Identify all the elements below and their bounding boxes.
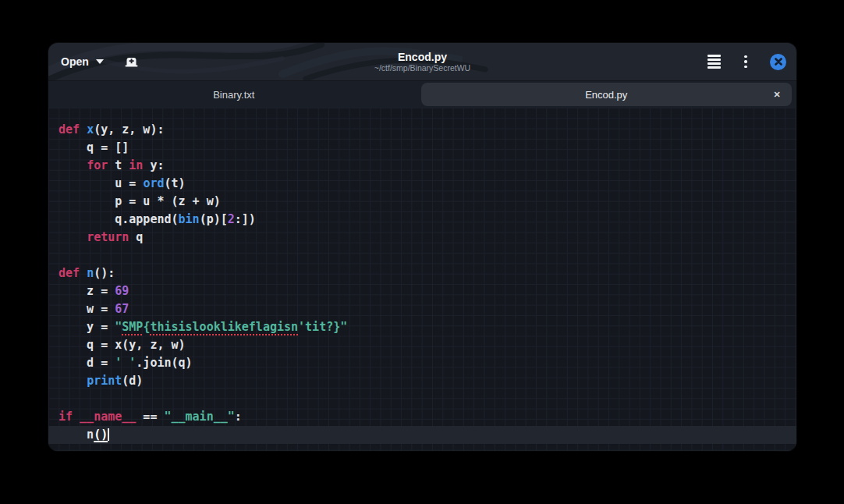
primary-menu-button[interactable]: [738, 54, 754, 69]
code-token: (): [94, 428, 108, 442]
code-token: return: [87, 230, 129, 244]
code-token: for: [87, 158, 108, 172]
code-token: thisislooklikeflagisn: [150, 320, 298, 334]
code-token: in: [129, 158, 143, 172]
code-token: ": [115, 320, 122, 334]
open-button[interactable]: Open: [61, 55, 104, 68]
code-line[interactable]: d = ' '.join(q): [48, 354, 796, 372]
code-token: t: [108, 158, 129, 172]
code-token: y =: [59, 320, 115, 334]
tab-label: Encod.py: [585, 89, 627, 101]
code-token: (d): [122, 374, 143, 388]
code-token: y:: [143, 158, 164, 172]
code-token: q: [129, 230, 143, 244]
code-token: .join(q): [136, 356, 192, 370]
code-token: ==: [136, 410, 164, 424]
code-line[interactable]: if __name__ == "__main__":: [48, 408, 796, 426]
code-token: n: [87, 266, 94, 280]
code-line[interactable]: w = 67: [48, 300, 796, 318]
code-token: "__main__": [164, 410, 234, 424]
code-token: ' ': [115, 356, 136, 370]
code-token: (p)[: [200, 212, 228, 226]
code-token: p = u * (z + w): [59, 194, 221, 208]
window-title: Encod.py: [398, 51, 447, 63]
tab-binary-txt[interactable]: Binary.txt: [48, 81, 420, 108]
code-token: [59, 230, 87, 244]
code-token: d =: [59, 356, 115, 370]
code-line[interactable]: y = "SMP{thisislooklikeflagisn'tit?}": [48, 318, 796, 336]
code-token: q = []: [59, 140, 129, 154]
code-token: __name__: [80, 410, 136, 424]
kebab-menu-icon: [744, 55, 746, 68]
code-line[interactable]: q.append(bin(p)[2:]): [48, 211, 796, 229]
code-token: :: [235, 410, 242, 424]
window-close-icon: [775, 58, 782, 66]
code-token: [59, 158, 87, 172]
code-line[interactable]: u = ord(t): [48, 175, 796, 193]
code-token: [59, 374, 87, 388]
code-token: ():: [94, 266, 115, 280]
code-token: 2: [228, 212, 235, 226]
code-token: SMP: [122, 320, 143, 334]
code-token: 69: [115, 284, 129, 298]
code-line[interactable]: def n():: [48, 264, 796, 282]
code-line[interactable]: for t in y:: [48, 157, 796, 175]
code-token: [73, 410, 80, 424]
code-line[interactable]: def x(y, z, w):: [48, 121, 796, 139]
chevron-down-icon: [96, 59, 104, 64]
code-line[interactable]: return q: [48, 229, 796, 247]
code-token: q.append(: [59, 212, 179, 226]
code-token: x: [87, 122, 94, 137]
code-line[interactable]: q = []: [48, 139, 796, 157]
window-close-button[interactable]: [770, 54, 786, 70]
code-line[interactable]: p = u * (z + w): [48, 193, 796, 211]
new-tab-button[interactable]: [124, 54, 140, 69]
open-button-label: Open: [61, 55, 89, 68]
view-menu-icon: [707, 55, 721, 68]
code-token: [80, 122, 87, 137]
code-token: def: [59, 266, 80, 280]
code-token: [80, 266, 87, 280]
code-token: w =: [59, 302, 115, 316]
window-subtitle: ~/ctf/smp/BinarySecretWU: [374, 63, 470, 73]
code-token: (t): [164, 176, 185, 190]
tab-bar: Binary.txt Encod.py ✕: [48, 81, 796, 108]
code-line[interactable]: z = 69: [48, 282, 796, 300]
tab-close-button[interactable]: ✕: [770, 87, 784, 101]
code-token: print: [87, 374, 122, 388]
code-line[interactable]: print(d): [48, 372, 796, 390]
text-cursor: [108, 428, 109, 441]
code-token: z =: [59, 284, 115, 298]
code-line[interactable]: [48, 390, 796, 408]
code-token: 67: [115, 302, 129, 316]
headerbar: Open Encod.py ~/ctf/smp/BinarySecretWU: [48, 43, 796, 81]
code-token: n: [59, 428, 94, 442]
code-line[interactable]: q = x(y, z, w): [48, 336, 796, 354]
code-area[interactable]: def x(y, z, w): q = [] for t in y: u = o…: [48, 108, 796, 451]
code-token: def: [59, 122, 80, 137]
code-line[interactable]: n(): [48, 426, 796, 444]
code-token: q = x(y, z, w): [59, 338, 186, 352]
tab-new-icon: [125, 56, 138, 67]
view-menu-button[interactable]: [706, 54, 722, 69]
tab-encod-py[interactable]: Encod.py ✕: [421, 83, 793, 106]
text-editor-window: Open Encod.py ~/ctf/smp/BinarySecretWU: [48, 43, 796, 451]
code-token: :]): [235, 212, 256, 226]
code-token: if: [59, 410, 73, 424]
tab-label: Binary.txt: [213, 89, 254, 101]
code-line[interactable]: [48, 247, 796, 264]
code-token: (y, z, w):: [94, 122, 164, 137]
code-token: ord: [143, 176, 164, 190]
code-token: u =: [59, 176, 143, 190]
code-token: bin: [179, 212, 200, 226]
code-token: 'tit?}": [298, 320, 347, 334]
